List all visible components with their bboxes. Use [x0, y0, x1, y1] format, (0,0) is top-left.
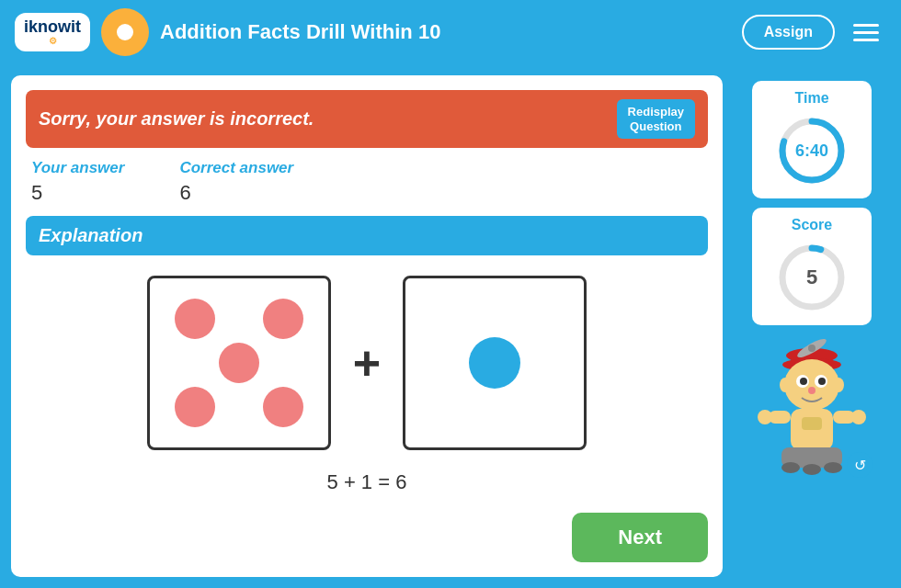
time-label: Time	[794, 90, 828, 107]
dot-3	[219, 343, 259, 383]
svg-point-8	[808, 345, 815, 352]
svg-point-21	[851, 410, 866, 424]
svg-point-16	[833, 378, 844, 392]
svg-point-23	[781, 462, 800, 473]
logo-dot: ⚙	[49, 37, 57, 46]
assign-button[interactable]: Assign	[742, 15, 835, 50]
refresh-icon[interactable]: ↺	[847, 452, 872, 478]
hamburger-line-2	[853, 31, 879, 34]
logo: iknowit ⚙	[15, 13, 90, 51]
hamburger-line-1	[853, 24, 879, 27]
dot-1	[175, 299, 215, 339]
score-card: Score 5	[752, 208, 872, 325]
svg-point-12	[800, 378, 807, 385]
header: iknowit ⚙ Addition Facts Drill Within 10…	[0, 0, 901, 64]
svg-point-9	[784, 359, 839, 411]
explanation-header: Explanation	[26, 216, 708, 255]
incorrect-banner: Sorry, your answer is incorrect. Redispl…	[26, 90, 708, 148]
next-button[interactable]: Next	[572, 513, 708, 562]
time-card: Time 6:40	[752, 81, 872, 198]
correct-answer-value: 6	[179, 181, 293, 205]
score-label: Score	[792, 217, 832, 233]
svg-point-20	[758, 410, 772, 424]
timer-circle: 6:40	[775, 114, 849, 187]
yellow-circle-inner	[117, 24, 133, 40]
answer-row: Your answer 5 Correct answer 6	[26, 159, 708, 205]
your-answer-label: Your answer	[31, 159, 124, 177]
svg-point-24	[803, 464, 821, 475]
svg-point-13	[818, 378, 826, 385]
main-layout: Sorry, your answer is incorrect. Redispl…	[0, 64, 901, 588]
dice-box-5	[147, 276, 331, 450]
svg-point-25	[824, 462, 842, 473]
equation: 5 + 1 = 6	[26, 470, 708, 498]
dice-area: +	[26, 266, 708, 459]
header-title: Addition Facts Drill Within 10	[160, 20, 731, 44]
your-answer-col: Your answer 5	[31, 159, 124, 205]
hamburger-menu-button[interactable]	[846, 20, 886, 45]
score-circle: 5	[775, 241, 849, 314]
dot-2	[263, 299, 303, 339]
redisplay-button[interactable]: RedisplayQuestion	[617, 99, 695, 139]
dice-dots-1	[421, 289, 568, 436]
next-button-row: Next	[26, 513, 708, 562]
your-answer-value: 5	[31, 181, 124, 205]
content-area: Sorry, your answer is incorrect. Redispl…	[11, 75, 723, 577]
yellow-circle	[101, 8, 149, 56]
character-area: ↺	[747, 334, 876, 481]
sidebar: Time 6:40 Score 5	[734, 75, 890, 577]
incorrect-text: Sorry, your answer is incorrect.	[39, 108, 314, 130]
svg-point-15	[780, 378, 791, 392]
dot-5	[263, 387, 303, 427]
svg-rect-26	[802, 417, 822, 430]
score-text: 5	[806, 266, 817, 289]
dot-4	[175, 387, 215, 427]
dice-box-1	[403, 276, 587, 450]
correct-answer-label: Correct answer	[179, 159, 293, 177]
timer-text: 6:40	[795, 141, 828, 161]
plus-sign: +	[353, 335, 381, 390]
correct-answer-col: Correct answer 6	[179, 159, 293, 205]
dot-blue-1	[469, 337, 520, 389]
svg-point-14	[808, 387, 815, 394]
dice-dots-5	[165, 289, 313, 436]
logo-text: iknowit	[24, 18, 81, 35]
hamburger-line-3	[853, 39, 879, 41]
